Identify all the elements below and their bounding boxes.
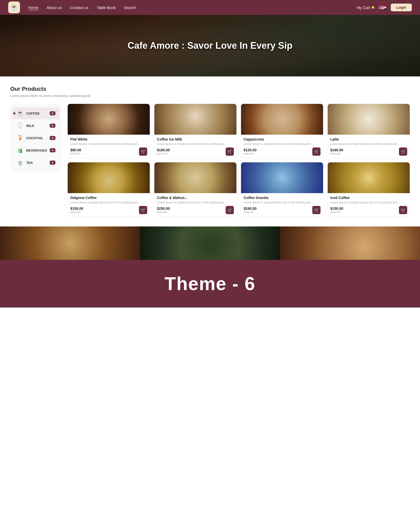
product-body: Coffee Ice Milk Lorem Ipsum is simply du… xyxy=(154,135,236,158)
footer-title: Theme - 6 xyxy=(0,273,420,294)
sidebar-item-coffee[interactable]: ☕ COFFEE 8 xyxy=(12,107,59,119)
cart-button[interactable]: My Cart xyxy=(357,5,374,10)
logo[interactable]: ☕ xyxy=(8,2,20,13)
add-to-cart-button[interactable]: 🛒 xyxy=(139,147,147,156)
sidebar-item-tea[interactable]: 🍵 TEA 6 xyxy=(12,157,59,169)
product-body: Dalgona Coffee Lorem Ipsum is simply dum… xyxy=(68,193,150,216)
milk-icon: 🥛 xyxy=(16,122,24,129)
product-price: $150.00 xyxy=(70,206,83,211)
language-flag[interactable]: 🇺🇸 xyxy=(379,5,386,10)
product-name: Flat White xyxy=(70,137,147,141)
add-to-cart-button[interactable]: 🛒 xyxy=(399,147,407,156)
product-desc: Lorem Ipsum is simply dummy text of the … xyxy=(330,201,407,204)
product-card: Coffee & Walnut... Lorem Ipsum is simply… xyxy=(154,162,236,216)
gallery-img-1 xyxy=(0,226,140,260)
beverages-icon: 🧃 xyxy=(16,147,24,154)
product-grid: Flat White Lorem Ipsum is simply dummy t… xyxy=(68,104,410,216)
product-card: Flat White Lorem Ipsum is simply dummy t… xyxy=(68,104,150,158)
product-old-price: $120.00 xyxy=(157,152,170,155)
product-price: $120.00 xyxy=(244,148,257,152)
product-price: $180.00 xyxy=(330,148,343,152)
milk-badge: 6 xyxy=(50,124,55,128)
product-card: Iced Coffee Lorem Ipsum is simply dummy … xyxy=(328,162,410,216)
beverages-label: BEVERAGES xyxy=(26,148,47,152)
product-image xyxy=(241,162,323,193)
product-old-price: $120.00 xyxy=(70,152,81,155)
product-image xyxy=(241,104,323,135)
product-body: Coffee & Walnut... Lorem Ipsum is simply… xyxy=(154,193,236,216)
product-prices: $180.00 $220.00 xyxy=(330,148,343,155)
product-old-price: $250.00 xyxy=(330,211,343,214)
cart-dot xyxy=(372,6,374,9)
sidebar-item-milk[interactable]: 🥛 MILK 6 xyxy=(12,120,59,132)
product-card: Dalgona Coffee Lorem Ipsum is simply dum… xyxy=(68,162,150,216)
nav-contact[interactable]: Contact us xyxy=(70,5,88,10)
add-to-cart-button[interactable]: 🛒 xyxy=(226,206,234,214)
product-body: Flat White Lorem Ipsum is simply dummy t… xyxy=(68,135,150,158)
product-desc: Lorem Ipsum is simply dummy text of the … xyxy=(244,142,321,145)
login-button[interactable]: Login xyxy=(391,4,412,11)
hero-section: Cafe Amore : Savor Love In Every Sip xyxy=(0,15,420,76)
product-price: $150.00 xyxy=(330,206,343,211)
product-footer: $240.00 $280.00 🛒 xyxy=(244,206,321,214)
product-footer: $120.00 $180.00 🛒 xyxy=(244,147,321,156)
product-desc: Lorem Ipsum is simply dummy text of the … xyxy=(330,142,407,145)
product-desc: Lorem Ipsum is simply dummy text of the … xyxy=(157,201,234,204)
cart-label: My Cart xyxy=(357,5,370,10)
gallery-img-2 xyxy=(140,226,280,260)
product-price: $250.00 xyxy=(157,206,170,211)
nav-home[interactable]: Home xyxy=(28,5,38,10)
product-price: $240.00 xyxy=(244,206,257,211)
add-to-cart-button[interactable]: 🛒 xyxy=(312,206,321,214)
product-old-price: $180.00 xyxy=(70,211,83,214)
product-footer: $180.00 $220.00 🛒 xyxy=(330,147,407,156)
product-body: Coffee Granita Lorem Ipsum is simply dum… xyxy=(241,193,323,216)
product-image xyxy=(154,104,236,135)
product-image xyxy=(328,162,410,193)
product-name: Coffee & Walnut... xyxy=(157,196,234,200)
product-footer: $150.00 $180.00 🛒 xyxy=(70,206,147,214)
logo-icon: ☕ xyxy=(10,4,18,11)
nav-search[interactable]: Search xyxy=(124,5,136,10)
product-body: Iced Coffee Lorem Ipsum is simply dummy … xyxy=(328,193,410,216)
navbar-right: My Cart 🇺🇸 Login xyxy=(357,4,412,11)
product-image xyxy=(154,162,236,193)
product-old-price: $280.00 xyxy=(244,211,257,214)
footer-banner: Theme - 6 xyxy=(0,260,420,308)
product-desc: Lorem Ipsum is simply dummy text of the … xyxy=(70,142,147,145)
product-name: Latte xyxy=(330,137,407,141)
nav-tablebook[interactable]: Table Book xyxy=(97,5,116,10)
beverages-badge: 6 xyxy=(50,148,55,152)
products-title: Our Products xyxy=(10,86,410,92)
product-name: Coffee Ice Milk xyxy=(157,137,234,141)
sidebar-item-beverages[interactable]: 🧃 BEVERAGES 6 xyxy=(12,144,59,156)
product-desc: Lorem Ipsum is simply dummy text of the … xyxy=(70,201,147,204)
category-sidebar: ☕ COFFEE 8 🥛 MILK 6 🍹 COCKTAIL 5 🧃 BEVER… xyxy=(10,104,62,172)
product-footer: $150.00 $250.00 🛒 xyxy=(330,206,407,214)
product-card: Coffee Ice Milk Lorem Ipsum is simply du… xyxy=(154,104,236,158)
coffee-badge: 8 xyxy=(50,111,55,115)
active-dot xyxy=(13,112,15,114)
navbar: ☕ Home About us Contact us Table Book Se… xyxy=(0,0,420,15)
product-body: Cappuccino Lorem Ipsum is simply dummy t… xyxy=(241,135,323,158)
tea-label: TEA xyxy=(26,161,47,165)
product-image xyxy=(68,104,150,135)
product-name: Cappuccino xyxy=(244,137,321,141)
add-to-cart-button[interactable]: 🛒 xyxy=(399,206,407,214)
product-name: Dalgona Coffee xyxy=(70,196,147,200)
add-to-cart-button[interactable]: 🛒 xyxy=(312,147,321,156)
product-old-price: $350.00 xyxy=(157,211,170,214)
cocktail-badge: 5 xyxy=(50,136,55,140)
product-card: Latte Lorem Ipsum is simply dummy text o… xyxy=(328,104,410,158)
product-name: Iced Coffee xyxy=(330,196,407,200)
product-desc: Lorem Ipsum is simply dummy text of the … xyxy=(157,142,234,145)
sidebar-item-cocktail[interactable]: 🍹 COCKTAIL 5 xyxy=(12,132,59,144)
nav-about[interactable]: About us xyxy=(47,5,62,10)
product-prices: $240.00 $280.00 xyxy=(244,206,257,214)
coffee-icon: ☕ xyxy=(16,110,24,117)
product-old-price: $220.00 xyxy=(330,152,343,155)
hero-title: Cafe Amore : Savor Love In Every Sip xyxy=(128,40,293,51)
add-to-cart-button[interactable]: 🛒 xyxy=(139,206,147,214)
add-to-cart-button[interactable]: 🛒 xyxy=(226,147,234,156)
product-prices: $100.00 $120.00 xyxy=(157,148,170,155)
